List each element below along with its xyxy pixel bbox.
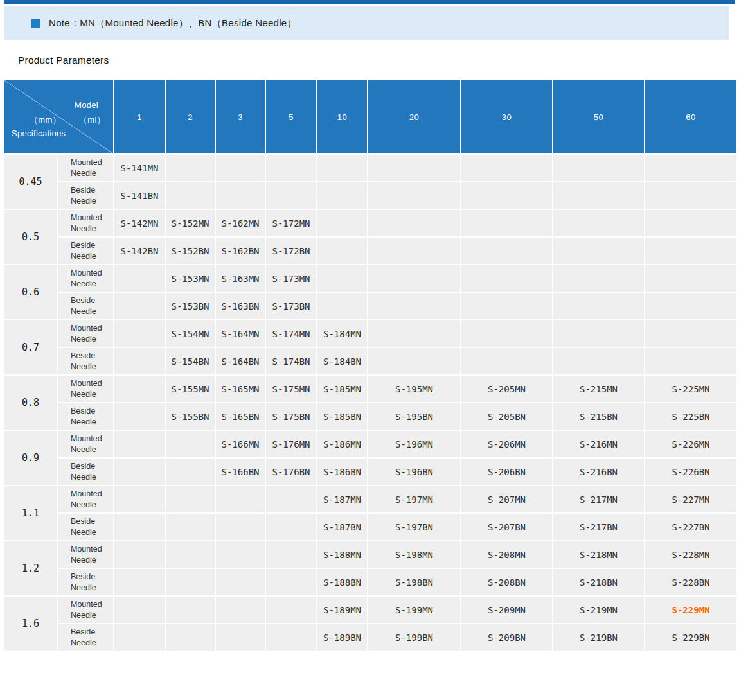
empty-cell xyxy=(645,265,736,292)
empty-cell xyxy=(114,514,165,540)
model-cell-highlighted: S-229MN xyxy=(645,597,736,623)
model-cell: S-217BN xyxy=(553,514,644,540)
empty-cell xyxy=(114,320,165,347)
spec-cell: 1.1 xyxy=(4,486,57,540)
model-cell: S-153MN xyxy=(166,265,215,292)
empty-cell xyxy=(114,624,165,651)
needle-type-cell: Beside Needle xyxy=(58,569,113,595)
note-text: Note：MN（Mounted Needle）、BN（Beside Needle… xyxy=(49,17,297,30)
empty-cell xyxy=(317,238,367,264)
model-cell: S-186BN xyxy=(317,459,367,485)
empty-cell xyxy=(114,265,165,292)
model-cell: S-195MN xyxy=(368,376,460,402)
needle-type-cell: Mounted Needle xyxy=(58,155,113,181)
model-cell: S-174BN xyxy=(266,348,316,374)
model-cell: S-206BN xyxy=(461,459,552,485)
table-row: 0.9Mounted NeedleS-166MNS-176MNS-186MNS-… xyxy=(4,431,736,457)
empty-cell xyxy=(114,348,165,374)
empty-cell xyxy=(368,265,460,292)
empty-cell xyxy=(166,597,215,623)
empty-cell xyxy=(114,597,165,623)
needle-type-cell: Beside Needle xyxy=(58,238,113,264)
empty-cell xyxy=(368,210,460,236)
empty-cell xyxy=(461,238,552,264)
model-cell: S-184MN xyxy=(317,320,367,347)
needle-type-cell: Mounted Needle xyxy=(58,210,113,236)
empty-cell xyxy=(461,210,552,236)
table-row: Beside NeedleS-166BNS-176BNS-186BNS-196B… xyxy=(4,459,736,485)
spec-cell: 0.8 xyxy=(4,376,57,430)
empty-cell xyxy=(266,514,316,540)
model-cell: S-185MN xyxy=(317,376,367,402)
needle-type-cell: Mounted Needle xyxy=(58,376,113,402)
empty-cell xyxy=(461,155,552,181)
model-cell: S-187BN xyxy=(317,514,367,540)
model-cell: S-219BN xyxy=(553,624,644,651)
empty-cell xyxy=(166,182,215,209)
model-cell: S-184BN xyxy=(317,348,367,374)
empty-cell xyxy=(645,293,736,319)
column-header-10ml: 10 xyxy=(317,80,367,153)
empty-cell xyxy=(216,541,265,568)
section-title: Product Parameters xyxy=(18,55,739,66)
empty-cell xyxy=(368,320,460,347)
model-cell: S-218MN xyxy=(553,541,644,568)
model-cell: S-226BN xyxy=(645,459,736,485)
empty-cell xyxy=(553,155,644,181)
header-row: Model （ml） （mm） Specifications 1 2 3 5 1… xyxy=(4,80,736,153)
empty-cell xyxy=(266,182,316,209)
model-cell: S-163BN xyxy=(216,293,265,319)
needle-type-cell: Beside Needle xyxy=(58,293,113,319)
needle-type-cell: Mounted Needle xyxy=(58,597,113,623)
empty-cell xyxy=(461,265,552,292)
empty-cell xyxy=(114,569,165,595)
model-cell: S-206MN xyxy=(461,431,552,457)
empty-cell xyxy=(461,320,552,347)
model-cell: S-228MN xyxy=(645,541,736,568)
model-cell: S-176MN xyxy=(266,431,316,457)
model-cell: S-153BN xyxy=(166,293,215,319)
empty-cell xyxy=(114,403,165,430)
model-cell: S-209BN xyxy=(461,624,552,651)
note-banner: Note：MN（Mounted Needle）、BN（Beside Needle… xyxy=(4,6,729,40)
empty-cell xyxy=(114,431,165,457)
model-cell: S-162BN xyxy=(216,238,265,264)
empty-cell xyxy=(645,155,736,181)
model-cell: S-176BN xyxy=(266,459,316,485)
empty-cell xyxy=(216,597,265,623)
diagonal-header-cell: Model （ml） （mm） Specifications xyxy=(4,80,113,153)
corner-model-label: Model xyxy=(75,100,98,110)
empty-cell xyxy=(317,210,367,236)
top-accent-line xyxy=(4,0,735,4)
model-cell: S-173MN xyxy=(266,265,316,292)
empty-cell xyxy=(266,597,316,623)
needle-type-cell: Mounted Needle xyxy=(58,431,113,457)
table-row: 0.5Mounted NeedleS-142MNS-152MNS-162MNS-… xyxy=(4,210,736,236)
spec-cell: 0.9 xyxy=(4,431,57,485)
model-cell: S-205MN xyxy=(461,376,552,402)
empty-cell xyxy=(266,155,316,181)
model-cell: S-216MN xyxy=(553,431,644,457)
empty-cell xyxy=(317,182,367,209)
empty-cell xyxy=(216,624,265,651)
table-row: 0.6Mounted NeedleS-153MNS-163MNS-173MN xyxy=(4,265,736,292)
empty-cell xyxy=(216,155,265,181)
column-header-5ml: 5 xyxy=(266,80,316,153)
model-cell: S-219MN xyxy=(553,597,644,623)
model-cell: S-164MN xyxy=(216,320,265,347)
table-row: Beside NeedleS-154BNS-164BNS-174BNS-184B… xyxy=(4,348,736,374)
table-row: Beside NeedleS-188BNS-198BNS-208BNS-218B… xyxy=(4,569,736,595)
column-header-50ml: 50 xyxy=(553,80,644,153)
needle-type-cell: Beside Needle xyxy=(58,459,113,485)
product-parameters-table: Model （ml） （mm） Specifications 1 2 3 5 1… xyxy=(3,79,738,652)
empty-cell xyxy=(317,293,367,319)
corner-spec-unit: （mm） xyxy=(30,114,61,126)
spec-cell: 0.6 xyxy=(4,265,57,319)
note-bullet-icon xyxy=(31,19,40,28)
empty-cell xyxy=(166,541,215,568)
model-cell: S-208MN xyxy=(461,541,552,568)
needle-type-cell: Mounted Needle xyxy=(58,320,113,347)
column-header-60ml: 60 xyxy=(645,80,736,153)
empty-cell xyxy=(114,459,165,485)
model-cell: S-141BN xyxy=(114,182,165,209)
